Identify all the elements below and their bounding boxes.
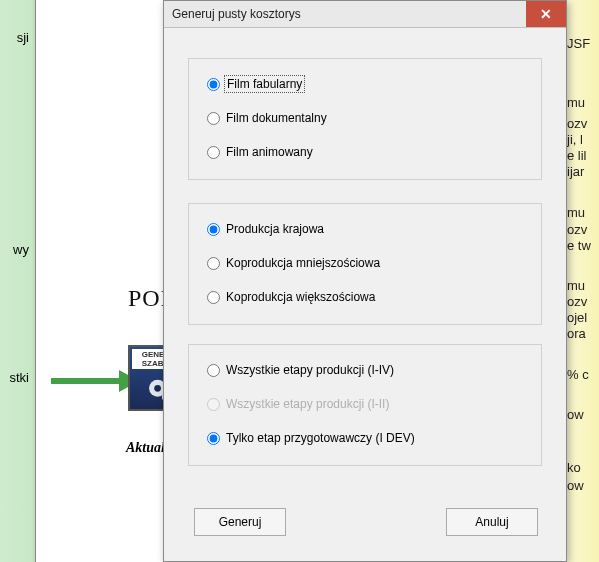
group-production-type: Produkcja krajowa Koprodukcja mniejszośc… — [188, 203, 542, 325]
radio-label: Film dokumentalny — [226, 111, 327, 125]
text-fragment: wy — [13, 242, 29, 257]
text-fragment: ojel — [567, 310, 587, 325]
radio-input[interactable] — [207, 257, 220, 270]
button-label: Generuj — [219, 515, 262, 529]
dialog-window: Generuj pusty kosztorys ✕ Film fabularny… — [163, 0, 567, 562]
radio-film-dokumentalny[interactable]: Film dokumentalny — [207, 111, 327, 125]
text-fragment: JSF — [567, 36, 590, 51]
radio-input[interactable] — [207, 78, 220, 91]
radio-label: Tylko etap przygotowawczy (I DEV) — [226, 431, 415, 445]
text-fragment: e tw — [567, 238, 591, 253]
dialog-body: Film fabularny Film dokumentalny Film an… — [164, 28, 566, 561]
text-fragment: ozv — [567, 294, 587, 309]
radio-produkcja-krajowa[interactable]: Produkcja krajowa — [207, 222, 324, 236]
text-fragment: mu — [567, 278, 585, 293]
radio-input[interactable] — [207, 291, 220, 304]
text-fragment: ow — [567, 407, 584, 422]
left-panel-fragment: sji wy stki — [0, 0, 36, 562]
radio-koprodukcja-wiekszosciowa[interactable]: Koprodukcja większościowa — [207, 290, 375, 304]
text-fragment: % c — [567, 367, 589, 382]
radio-label: Produkcja krajowa — [226, 222, 324, 236]
text-fragment: stki — [10, 370, 30, 385]
text-fragment: ozv — [567, 116, 587, 131]
dialog-titlebar[interactable]: Generuj pusty kosztorys ✕ — [164, 1, 566, 28]
text-fragment: sji — [17, 30, 29, 45]
radio-label: Koprodukcja mniejszościowa — [226, 256, 380, 270]
radio-label: Wszystkie etapy produkcji (I-II) — [226, 397, 389, 411]
cancel-button[interactable]: Anuluj — [446, 508, 538, 536]
right-panel-fragment: JSF mu ozv ji, l e lil ijar mu ozv e tw … — [564, 0, 599, 562]
radio-input[interactable] — [207, 223, 220, 236]
button-label: Anuluj — [475, 515, 508, 529]
close-icon: ✕ — [540, 6, 552, 22]
radio-label: Koprodukcja większościowa — [226, 290, 375, 304]
radio-input — [207, 398, 220, 411]
dialog-title: Generuj pusty kosztorys — [172, 7, 526, 21]
text-fragment: mu — [567, 95, 585, 110]
svg-point-1 — [154, 385, 161, 392]
text-fragment: ora — [567, 326, 586, 341]
group-film-type: Film fabularny Film dokumentalny Film an… — [188, 58, 542, 180]
text-fragment: e lil — [567, 148, 587, 163]
radio-etap-przygotowawczy[interactable]: Tylko etap przygotowawczy (I DEV) — [207, 431, 415, 445]
radio-input[interactable] — [207, 112, 220, 125]
radio-etapy-1-2: Wszystkie etapy produkcji (I-II) — [207, 397, 389, 411]
generate-button[interactable]: Generuj — [194, 508, 286, 536]
radio-input[interactable] — [207, 364, 220, 377]
radio-koprodukcja-mniejszosciowa[interactable]: Koprodukcja mniejszościowa — [207, 256, 380, 270]
radio-label: Wszystkie etapy produkcji (I-IV) — [226, 363, 394, 377]
text-fragment: ji, l — [567, 132, 583, 147]
radio-input[interactable] — [207, 146, 220, 159]
radio-label: Film fabularny — [226, 77, 303, 91]
text-fragment: ko — [567, 460, 581, 475]
radio-etapy-1-4[interactable]: Wszystkie etapy produkcji (I-IV) — [207, 363, 394, 377]
text-fragment: ijar — [567, 164, 584, 179]
text-fragment: ow — [567, 478, 584, 493]
close-button[interactable]: ✕ — [526, 1, 566, 27]
radio-input[interactable] — [207, 432, 220, 445]
text-fragment: ozv — [567, 222, 587, 237]
radio-film-animowany[interactable]: Film animowany — [207, 145, 313, 159]
radio-film-fabularny[interactable]: Film fabularny — [207, 77, 303, 91]
group-production-stage: Wszystkie etapy produkcji (I-IV) Wszystk… — [188, 344, 542, 466]
text-fragment: mu — [567, 205, 585, 220]
radio-label: Film animowany — [226, 145, 313, 159]
